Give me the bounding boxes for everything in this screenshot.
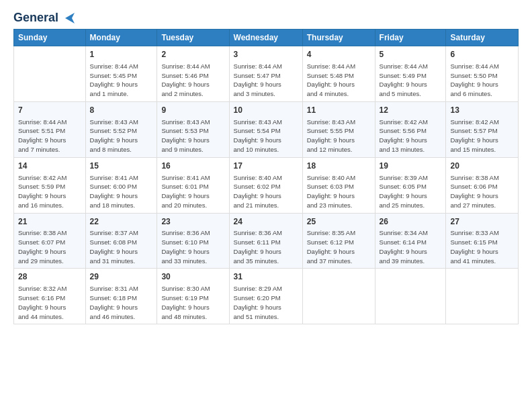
- day-detail: Sunrise: 8:40 AMSunset: 6:02 PMDaylight:…: [234, 173, 298, 210]
- day-number: 30: [161, 271, 224, 283]
- day-detail: Sunrise: 8:35 AMSunset: 6:12 PMDaylight:…: [307, 228, 371, 265]
- header-row: SundayMondayTuesdayWednesdayThursdayFrid…: [14, 30, 519, 46]
- calendar-cell: 3Sunrise: 8:44 AMSunset: 5:47 PMDaylight…: [229, 46, 302, 102]
- calendar-cell: 29Sunrise: 8:31 AMSunset: 6:18 PMDayligh…: [85, 269, 157, 324]
- day-detail: Sunrise: 8:42 AMSunset: 5:56 PMDaylight:…: [380, 118, 442, 154]
- day-detail: Sunrise: 8:44 AMSunset: 5:46 PMDaylight:…: [161, 62, 224, 99]
- calendar-cell: 13Sunrise: 8:42 AMSunset: 5:57 PMDayligh…: [446, 101, 519, 157]
- day-number: 13: [450, 105, 514, 116]
- day-number: 19: [380, 161, 442, 172]
- day-detail: Sunrise: 8:38 AMSunset: 6:07 PMDaylight:…: [18, 228, 81, 265]
- calendar-cell: 14Sunrise: 8:42 AMSunset: 5:59 PMDayligh…: [14, 157, 86, 213]
- calendar-cell: 17Sunrise: 8:40 AMSunset: 6:02 PMDayligh…: [229, 157, 302, 213]
- day-number: 8: [90, 105, 153, 116]
- day-detail: Sunrise: 8:40 AMSunset: 6:03 PMDaylight:…: [307, 173, 371, 210]
- calendar-cell: 26Sunrise: 8:34 AMSunset: 6:14 PMDayligh…: [375, 213, 446, 269]
- header: General: [13, 11, 519, 22]
- day-number: 26: [380, 216, 442, 228]
- calendar-cell: 25Sunrise: 8:35 AMSunset: 6:12 PMDayligh…: [302, 213, 375, 269]
- day-number: 28: [18, 271, 81, 283]
- calendar-cell: 21Sunrise: 8:38 AMSunset: 6:07 PMDayligh…: [14, 213, 86, 269]
- calendar-cell: 28Sunrise: 8:32 AMSunset: 6:16 PMDayligh…: [14, 269, 86, 324]
- calendar-cell: 30Sunrise: 8:30 AMSunset: 6:19 PMDayligh…: [157, 269, 229, 324]
- day-number: 3: [234, 49, 298, 60]
- day-detail: Sunrise: 8:44 AMSunset: 5:51 PMDaylight:…: [18, 118, 81, 154]
- week-row-4: 21Sunrise: 8:38 AMSunset: 6:07 PMDayligh…: [14, 213, 519, 269]
- day-number: 24: [234, 216, 298, 228]
- header-cell-wednesday: Wednesday: [229, 30, 302, 46]
- day-number: 10: [234, 105, 298, 116]
- day-detail: Sunrise: 8:31 AMSunset: 6:18 PMDaylight:…: [90, 284, 153, 321]
- calendar-header: SundayMondayTuesdayWednesdayThursdayFrid…: [14, 30, 519, 46]
- week-row-1: 1Sunrise: 8:44 AMSunset: 5:45 PMDaylight…: [14, 46, 519, 102]
- day-detail: Sunrise: 8:43 AMSunset: 5:54 PMDaylight:…: [234, 118, 298, 154]
- day-detail: Sunrise: 8:29 AMSunset: 6:20 PMDaylight:…: [234, 284, 298, 321]
- day-number: 14: [18, 161, 81, 172]
- day-detail: Sunrise: 8:41 AMSunset: 6:00 PMDaylight:…: [90, 173, 153, 210]
- header-cell-sunday: Sunday: [14, 30, 86, 46]
- day-detail: Sunrise: 8:43 AMSunset: 5:52 PMDaylight:…: [90, 118, 153, 154]
- calendar-cell: 19Sunrise: 8:39 AMSunset: 6:05 PMDayligh…: [375, 157, 446, 213]
- day-number: 31: [234, 271, 298, 283]
- day-detail: Sunrise: 8:36 AMSunset: 6:11 PMDaylight:…: [234, 228, 298, 265]
- day-detail: Sunrise: 8:42 AMSunset: 5:59 PMDaylight:…: [18, 173, 81, 210]
- calendar-cell: [446, 269, 519, 324]
- day-detail: Sunrise: 8:44 AMSunset: 5:48 PMDaylight:…: [307, 62, 371, 99]
- day-number: 7: [18, 105, 81, 116]
- calendar-cell: [375, 269, 446, 324]
- day-detail: Sunrise: 8:36 AMSunset: 6:10 PMDaylight:…: [161, 228, 224, 265]
- day-detail: Sunrise: 8:33 AMSunset: 6:15 PMDaylight:…: [450, 228, 514, 265]
- day-number: 12: [380, 105, 442, 116]
- calendar-cell: [14, 46, 86, 102]
- calendar-cell: [302, 269, 375, 324]
- day-number: 16: [161, 161, 224, 172]
- calendar-cell: 5Sunrise: 8:44 AMSunset: 5:49 PMDaylight…: [375, 46, 446, 102]
- calendar-cell: 12Sunrise: 8:42 AMSunset: 5:56 PMDayligh…: [375, 101, 446, 157]
- day-detail: Sunrise: 8:38 AMSunset: 6:06 PMDaylight:…: [450, 173, 514, 210]
- day-number: 4: [307, 49, 371, 60]
- day-number: 18: [307, 161, 371, 172]
- logo: General: [13, 11, 75, 22]
- day-number: 2: [161, 49, 224, 60]
- day-number: 17: [234, 161, 298, 172]
- header-cell-tuesday: Tuesday: [157, 30, 229, 46]
- calendar-cell: 20Sunrise: 8:38 AMSunset: 6:06 PMDayligh…: [446, 157, 519, 213]
- week-row-3: 14Sunrise: 8:42 AMSunset: 5:59 PMDayligh…: [14, 157, 519, 213]
- calendar-cell: 23Sunrise: 8:36 AMSunset: 6:10 PMDayligh…: [157, 213, 229, 269]
- week-row-2: 7Sunrise: 8:44 AMSunset: 5:51 PMDaylight…: [14, 101, 519, 157]
- calendar-cell: 24Sunrise: 8:36 AMSunset: 6:11 PMDayligh…: [229, 213, 302, 269]
- calendar-cell: 7Sunrise: 8:44 AMSunset: 5:51 PMDaylight…: [14, 101, 86, 157]
- day-detail: Sunrise: 8:44 AMSunset: 5:50 PMDaylight:…: [450, 62, 514, 99]
- day-detail: Sunrise: 8:44 AMSunset: 5:45 PMDaylight:…: [90, 62, 153, 99]
- calendar-cell: 31Sunrise: 8:29 AMSunset: 6:20 PMDayligh…: [229, 269, 302, 324]
- day-detail: Sunrise: 8:43 AMSunset: 5:55 PMDaylight:…: [307, 118, 371, 154]
- calendar-cell: 6Sunrise: 8:44 AMSunset: 5:50 PMDaylight…: [446, 46, 519, 102]
- day-number: 20: [450, 161, 514, 172]
- calendar-cell: 4Sunrise: 8:44 AMSunset: 5:48 PMDaylight…: [302, 46, 375, 102]
- day-number: 23: [161, 216, 224, 228]
- day-detail: Sunrise: 8:44 AMSunset: 5:47 PMDaylight:…: [234, 62, 298, 99]
- day-detail: Sunrise: 8:44 AMSunset: 5:49 PMDaylight:…: [380, 62, 442, 99]
- calendar-cell: 27Sunrise: 8:33 AMSunset: 6:15 PMDayligh…: [446, 213, 519, 269]
- day-number: 1: [90, 49, 153, 60]
- day-number: 21: [18, 216, 81, 228]
- day-detail: Sunrise: 8:39 AMSunset: 6:05 PMDaylight:…: [380, 173, 442, 210]
- day-number: 6: [450, 49, 514, 60]
- calendar-cell: 15Sunrise: 8:41 AMSunset: 6:00 PMDayligh…: [85, 157, 157, 213]
- header-cell-friday: Friday: [375, 30, 446, 46]
- day-detail: Sunrise: 8:32 AMSunset: 6:16 PMDaylight:…: [18, 284, 81, 321]
- day-number: 9: [161, 105, 224, 116]
- calendar-body: 1Sunrise: 8:44 AMSunset: 5:45 PMDaylight…: [14, 46, 519, 324]
- logo-text-general: General: [13, 11, 58, 25]
- calendar-cell: 8Sunrise: 8:43 AMSunset: 5:52 PMDaylight…: [85, 101, 157, 157]
- header-cell-thursday: Thursday: [302, 30, 375, 46]
- calendar-cell: 2Sunrise: 8:44 AMSunset: 5:46 PMDaylight…: [157, 46, 229, 102]
- logo-bird-icon: [60, 13, 75, 24]
- day-number: 22: [90, 216, 153, 228]
- calendar-cell: 22Sunrise: 8:37 AMSunset: 6:08 PMDayligh…: [85, 213, 157, 269]
- day-detail: Sunrise: 8:37 AMSunset: 6:08 PMDaylight:…: [90, 228, 153, 265]
- calendar-cell: 18Sunrise: 8:40 AMSunset: 6:03 PMDayligh…: [302, 157, 375, 213]
- header-cell-saturday: Saturday: [446, 30, 519, 46]
- calendar-cell: 1Sunrise: 8:44 AMSunset: 5:45 PMDaylight…: [85, 46, 157, 102]
- calendar-cell: 11Sunrise: 8:43 AMSunset: 5:55 PMDayligh…: [302, 101, 375, 157]
